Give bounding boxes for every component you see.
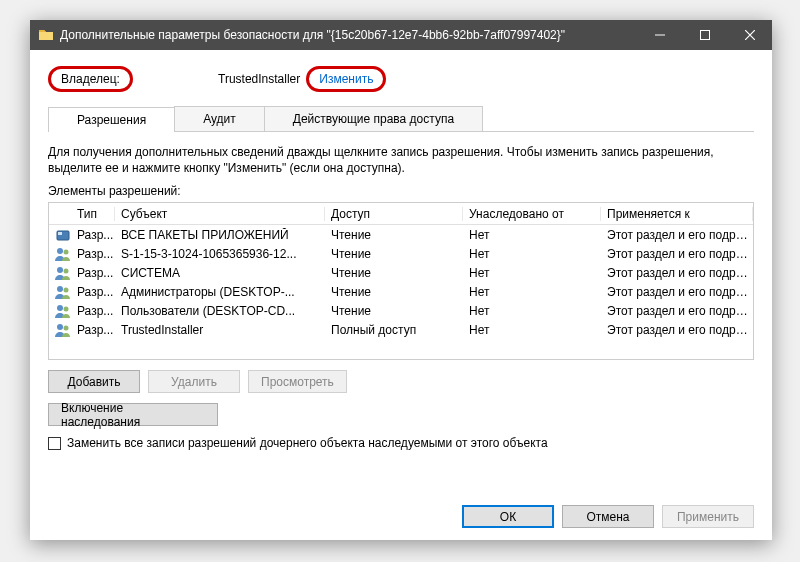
svg-point-7	[57, 286, 63, 292]
col-access[interactable]: Доступ	[325, 207, 463, 221]
row-access: Полный доступ	[325, 323, 463, 337]
enable-inheritance-button[interactable]: Включение наследования	[48, 403, 218, 426]
row-icon	[49, 247, 71, 261]
row-inherited: Нет	[463, 285, 601, 299]
row-subject: TrustedInstaller	[115, 323, 325, 337]
action-buttons: Добавить Удалить Просмотреть	[48, 370, 754, 393]
row-applies: Этот раздел и его подразделы	[601, 266, 753, 280]
col-inherited[interactable]: Унаследовано от	[463, 207, 601, 221]
dialog-footer: ОК Отмена Применить	[48, 493, 754, 528]
row-applies: Этот раздел и его подразделы	[601, 304, 753, 318]
row-icon	[49, 323, 71, 337]
svg-point-5	[57, 267, 63, 273]
content: Владелец: TrustedInstaller Изменить Разр…	[30, 50, 772, 540]
owner-label: Владелец:	[48, 66, 218, 92]
permissions-table: Тип Субъект Доступ Унаследовано от Приме…	[48, 202, 754, 360]
row-access: Чтение	[325, 228, 463, 242]
folder-icon	[38, 27, 54, 43]
table-row[interactable]: Разр...ВСЕ ПАКЕТЫ ПРИЛОЖЕНИЙЧтениеНетЭто…	[49, 225, 753, 244]
info-text: Для получения дополнительных сведений дв…	[48, 144, 754, 176]
row-icon	[49, 304, 71, 318]
svg-point-3	[57, 248, 63, 254]
col-applies[interactable]: Применяется к	[601, 207, 753, 221]
row-inherited: Нет	[463, 323, 601, 337]
table-row[interactable]: Разр...Пользователи (DESKTOP-CD...Чтение…	[49, 301, 753, 320]
row-inherited: Нет	[463, 304, 601, 318]
row-icon	[49, 266, 71, 280]
cancel-button[interactable]: Отмена	[562, 505, 654, 528]
row-type: Разр...	[71, 266, 115, 280]
table-body: Разр...ВСЕ ПАКЕТЫ ПРИЛОЖЕНИЙЧтениеНетЭто…	[49, 225, 753, 339]
row-inherited: Нет	[463, 266, 601, 280]
row-inherited: Нет	[463, 247, 601, 261]
row-type: Разр...	[71, 247, 115, 261]
col-subject[interactable]: Субъект	[115, 207, 325, 221]
table-row[interactable]: Разр...S-1-15-3-1024-1065365936-12...Чте…	[49, 244, 753, 263]
row-subject: S-1-15-3-1024-1065365936-12...	[115, 247, 325, 261]
row-type: Разр...	[71, 228, 115, 242]
view-button: Просмотреть	[248, 370, 347, 393]
owner-change-link[interactable]: Изменить	[319, 72, 373, 86]
table-row[interactable]: Разр...TrustedInstallerПолный доступНетЭ…	[49, 320, 753, 339]
row-icon	[49, 285, 71, 299]
window-buttons	[637, 20, 772, 50]
row-applies: Этот раздел и его подразделы	[601, 228, 753, 242]
add-button[interactable]: Добавить	[48, 370, 140, 393]
svg-point-12	[64, 325, 69, 330]
table-header: Тип Субъект Доступ Унаследовано от Приме…	[49, 203, 753, 225]
row-type: Разр...	[71, 285, 115, 299]
row-applies: Этот раздел и его подразделы	[601, 285, 753, 299]
row-applies: Этот раздел и его подразделы	[601, 323, 753, 337]
row-access: Чтение	[325, 266, 463, 280]
table-row[interactable]: Разр...СИСТЕМАЧтениеНетЭтот раздел и его…	[49, 263, 753, 282]
tab-effective-access[interactable]: Действующие права доступа	[264, 106, 483, 131]
replace-checkbox-row: Заменить все записи разрешений дочернего…	[48, 436, 754, 450]
owner-label-highlight: Владелец:	[48, 66, 133, 92]
row-access: Чтение	[325, 247, 463, 261]
svg-rect-0	[700, 31, 709, 40]
svg-point-10	[64, 306, 69, 311]
row-inherited: Нет	[463, 228, 601, 242]
elements-label: Элементы разрешений:	[48, 184, 754, 198]
row-access: Чтение	[325, 304, 463, 318]
replace-checkbox[interactable]	[48, 437, 61, 450]
titlebar: Дополнительные параметры безопасности дл…	[30, 20, 772, 50]
table-row[interactable]: Разр...Администраторы (DESKTOP-...Чтение…	[49, 282, 753, 301]
row-subject: Администраторы (DESKTOP-...	[115, 285, 325, 299]
owner-change-highlight: Изменить	[306, 66, 386, 92]
tab-permissions[interactable]: Разрешения	[48, 107, 175, 132]
ok-button[interactable]: ОК	[462, 505, 554, 528]
svg-point-11	[57, 324, 63, 330]
tab-audit[interactable]: Аудит	[174, 106, 265, 131]
window-title: Дополнительные параметры безопасности дл…	[60, 28, 637, 42]
row-icon	[49, 228, 71, 242]
svg-point-8	[64, 287, 69, 292]
maximize-button[interactable]	[682, 20, 727, 50]
svg-point-9	[57, 305, 63, 311]
row-subject: СИСТЕМА	[115, 266, 325, 280]
col-type[interactable]: Тип	[71, 207, 115, 221]
owner-value: TrustedInstaller	[218, 72, 300, 86]
owner-row: Владелец: TrustedInstaller Изменить	[48, 64, 754, 94]
row-subject: ВСЕ ПАКЕТЫ ПРИЛОЖЕНИЙ	[115, 228, 325, 242]
security-dialog: Дополнительные параметры безопасности дл…	[30, 20, 772, 540]
replace-checkbox-label[interactable]: Заменить все записи разрешений дочернего…	[67, 436, 548, 450]
remove-button: Удалить	[148, 370, 240, 393]
minimize-button[interactable]	[637, 20, 682, 50]
svg-point-4	[64, 249, 69, 254]
row-applies: Этот раздел и его подразделы	[601, 247, 753, 261]
row-type: Разр...	[71, 304, 115, 318]
row-access: Чтение	[325, 285, 463, 299]
close-button[interactable]	[727, 20, 772, 50]
apply-button: Применить	[662, 505, 754, 528]
tabs: Разрешения Аудит Действующие права досту…	[48, 106, 754, 132]
row-subject: Пользователи (DESKTOP-CD...	[115, 304, 325, 318]
svg-point-6	[64, 268, 69, 273]
row-type: Разр...	[71, 323, 115, 337]
svg-rect-2	[58, 232, 62, 235]
